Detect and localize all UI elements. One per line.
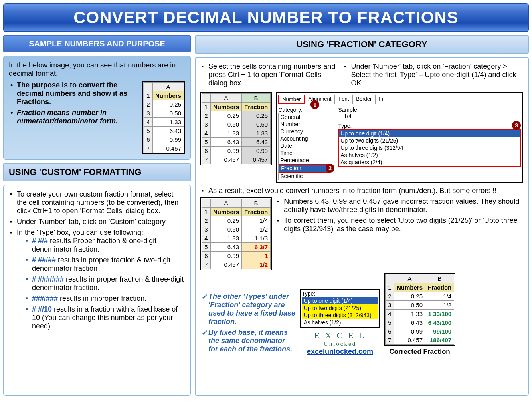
logo: E X C E L Unlocked excelunlocked.com — [300, 330, 380, 356]
main-title-text: CONVERT DECIMAL NUMBER TO FRACTIONS — [73, 8, 458, 27]
sample-label: Sample — [338, 107, 521, 113]
custom-step3: In the 'Type' box, you can use following… — [9, 228, 185, 330]
corrected-table: AB 1NumbersFraction 20.251/4 30.501/2 41… — [384, 273, 455, 346]
correction-hint: To correct them, you need to select 'Upt… — [276, 216, 523, 233]
corrected-caption: Corrected Fraction — [384, 348, 455, 356]
type-label-dialog: Type: 3 — [338, 123, 521, 129]
left-column: SAMPLE NUMBERS AND PURPOSE In the below … — [3, 35, 191, 396]
fraction-header: USING 'FRACTION' CATEGORY — [195, 35, 529, 54]
fmt4: ###/### results in improper fraction. — [24, 294, 185, 303]
type-options[interactable]: Up to one digit (1/4) Up to two digits (… — [302, 297, 378, 326]
custom-header: USING 'CUSTOM' FORMATTING — [3, 163, 191, 181]
note-fixed-base: By fixed base, it means the same denomin… — [200, 328, 296, 353]
tab-number[interactable]: Number — [278, 95, 305, 104]
selection-table: AB 1NumbersFraction 20.250.25 30.500.50 … — [200, 92, 272, 165]
logo-line2: Unlocked — [300, 341, 380, 347]
custom-step2: Under 'Number' tab, click on 'Custom' ca… — [9, 218, 185, 226]
fmt5: # #/10 results in a fraction with a fixe… — [24, 305, 185, 330]
fraction-panel: Select the cells containing numbers and … — [195, 57, 529, 396]
tab-font[interactable]: Font — [335, 95, 352, 104]
purpose-bullet: The purpose is to convert the decimal nu… — [9, 81, 138, 106]
result-note: As a result, excel would convert numbers… — [200, 187, 523, 195]
main-title-banner: CONVERT DECIMAL NUMBER TO FRACTIONS — [3, 3, 529, 32]
col-a: A — [152, 83, 184, 91]
type-one-digit[interactable]: Up to one digit (1/4) — [339, 130, 520, 137]
custom-panel: To create your own custom fraction forma… — [3, 185, 191, 396]
step-select: Select the cells containing numbers and … — [200, 62, 339, 87]
sample-table: A 1Numbers 20.25 30.50 41.33 56.43 60.99… — [142, 81, 185, 154]
site-link[interactable]: excelunlocked.com — [307, 347, 373, 355]
error-explain: Numbers 6.43, 0.99 and 0.457 gave incorr… — [276, 197, 523, 214]
type-select-box: Type: Up to one digit (1/4) Up to two di… — [300, 289, 380, 328]
right-column: USING 'FRACTION' CATEGORY Select the cel… — [195, 35, 529, 396]
format-cells-dialog: Number Alignment Font Border Fil 1 Categ… — [276, 92, 523, 183]
badge-2: 2 — [326, 164, 334, 173]
sample-value: 1/4 — [338, 113, 521, 119]
type-list[interactable]: Up to one digit (1/4) Up to two digits (… — [338, 129, 521, 167]
tab-fill[interactable]: Fil — [375, 95, 388, 104]
content-columns: SAMPLE NUMBERS AND PURPOSE In the below … — [3, 35, 529, 396]
logo-line1: E X C E L — [300, 330, 380, 341]
custom-step1: To create your own custom fraction forma… — [9, 190, 185, 215]
category-list[interactable]: General Number Currency Accounting Date … — [278, 113, 330, 180]
sample-header: SAMPLE NUMBERS AND PURPOSE — [3, 35, 191, 52]
note-other-types: The other 'Types' under 'Fraction' categ… — [200, 292, 296, 326]
badge-3: 3 — [512, 121, 521, 130]
step-number-tab: Under 'Number' tab, click on 'Fraction' … — [343, 62, 523, 87]
fmt1: # #/# results Proper fraction & one-digi… — [24, 237, 185, 254]
sample-panel: In the below image, you can see that num… — [3, 56, 191, 160]
type-label: Type: — [302, 290, 378, 297]
fraction-def-bullet: Fraction means number in numerator/denom… — [9, 109, 138, 125]
tab-alignment[interactable]: Alignment — [305, 95, 335, 104]
fmt2: # ##/## results in proper fraction & two… — [24, 256, 185, 273]
sample-intro: In the below image, you can see that num… — [9, 61, 185, 78]
category-label: Category: — [278, 107, 330, 113]
fmt3: # ###/### results in proper fraction & t… — [24, 275, 185, 292]
error-table: AB 1NumbersFraction 20.251/4 30.501/2 41… — [200, 197, 272, 270]
category-fraction[interactable]: Fraction — [279, 164, 330, 173]
tab-border[interactable]: Border — [352, 95, 375, 104]
